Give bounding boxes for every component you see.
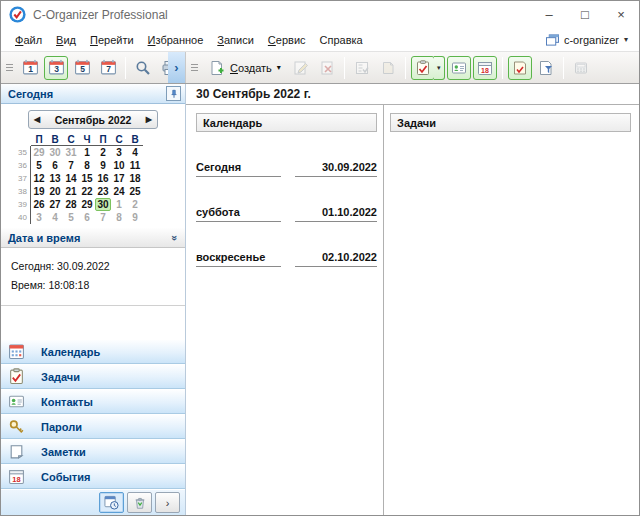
pin-icon <box>169 89 179 99</box>
menu-file[interactable]: Файл <box>8 31 49 49</box>
toolbar-more-button[interactable]: › <box>168 52 185 83</box>
calendar-day-cell[interactable]: 31 <box>63 146 79 159</box>
day-date-value[interactable]: 02.10.2022 <box>295 251 377 267</box>
menu-go[interactable]: Перейти <box>83 31 141 49</box>
calendar-day-cell[interactable]: 20 <box>47 185 63 198</box>
calendar-day-cell[interactable]: 2 <box>127 198 143 211</box>
attach-note-button[interactable] <box>376 56 400 80</box>
day-label[interactable]: Сегодня <box>196 161 281 177</box>
calendar-day-cell[interactable]: 30 <box>47 146 63 159</box>
menu-records[interactable]: Записи <box>210 31 261 49</box>
calendar-day-cell[interactable]: 29 <box>79 198 95 211</box>
calendar-day-cell[interactable]: 8 <box>111 211 127 224</box>
calendar-day-of-week-label: Ч <box>79 133 95 146</box>
calendar-day-cell[interactable]: 1 <box>111 198 127 211</box>
chevron-down-icon: ▾ <box>277 63 281 72</box>
sidebar-item-calendar[interactable]: Календарь <box>1 339 185 364</box>
calendar-day-cell[interactable]: 3 <box>111 146 127 159</box>
sidebar-item-tasks[interactable]: Задачи <box>1 364 185 389</box>
calendar-day-cell[interactable]: 5 <box>63 211 79 224</box>
show-notes-toggle[interactable] <box>508 56 532 80</box>
checklist-button[interactable] <box>350 56 374 80</box>
maximize-button[interactable]: □ <box>567 1 603 28</box>
show-contacts-toggle[interactable] <box>447 56 471 80</box>
menu-service[interactable]: Сервис <box>261 31 313 49</box>
calendar-day-cell[interactable]: 1 <box>79 146 95 159</box>
datetime-panel-header: Дата и время » <box>1 228 185 248</box>
calendar-day-cell[interactable]: 4 <box>47 211 63 224</box>
close-button[interactable]: × <box>603 1 639 28</box>
pin-button[interactable] <box>166 86 181 101</box>
calendar-day-cell[interactable]: 9 <box>95 159 111 172</box>
sidebar-item-passwords[interactable]: Пароли <box>1 414 185 439</box>
day-view-7-button[interactable]: 7 <box>96 56 120 80</box>
phone-dialer-button[interactable] <box>569 56 593 80</box>
filter-button[interactable] <box>534 56 558 80</box>
day-label[interactable]: воскресенье <box>196 251 281 267</box>
calendar-day-cell[interactable]: 15 <box>79 172 95 185</box>
search-button[interactable] <box>131 56 155 80</box>
sidebar-more-button[interactable]: › <box>155 492 180 513</box>
edit-record-button[interactable] <box>289 56 313 80</box>
calendar-day-cell[interactable]: 29 <box>31 146 47 159</box>
calendar-day-cell[interactable]: 23 <box>95 185 111 198</box>
day-view-5-button[interactable]: 5 <box>70 56 94 80</box>
calendar-day-cell[interactable]: 25 <box>127 185 143 198</box>
day-view-1-button[interactable]: 1 <box>18 56 42 80</box>
calendar-day-cell[interactable]: 27 <box>47 198 63 211</box>
collapse-button[interactable]: » <box>166 230 181 245</box>
menu-view[interactable]: Вид <box>49 31 83 49</box>
calendar-day-cell[interactable]: 24 <box>111 185 127 198</box>
datetime-panel-toggle-button[interactable] <box>99 492 124 513</box>
today-panel-title: Сегодня <box>8 88 53 100</box>
calendar-day-cell[interactable]: 28 <box>63 198 79 211</box>
calendar-day-cell[interactable]: 26 <box>31 198 47 211</box>
calendar-day-cell[interactable]: 19 <box>31 185 47 198</box>
calendar-day-cell[interactable]: 7 <box>95 211 111 224</box>
calendar-day-cell[interactable]: 22 <box>79 185 95 198</box>
day-view-3-button[interactable]: 3 <box>44 56 68 80</box>
calendar-day-cell[interactable]: 7 <box>63 159 79 172</box>
database-selector[interactable]: c-organizer ▾ <box>542 32 632 48</box>
calendar-day-cell[interactable]: 17 <box>111 172 127 185</box>
minimize-button[interactable]: – <box>531 1 567 28</box>
calendar-day-cell[interactable]: 18 <box>127 172 143 185</box>
show-events-toggle[interactable]: 18 <box>473 56 497 80</box>
day-date-value[interactable]: 30.09.2022 <box>295 161 377 177</box>
calendar-day-cell[interactable]: 4 <box>127 146 143 159</box>
sidebar-item-notes[interactable]: Заметки <box>1 439 185 464</box>
delete-record-button[interactable] <box>315 56 339 80</box>
calendar-day-cell[interactable]: 11 <box>127 159 143 172</box>
menu-help[interactable]: Справка <box>313 31 370 49</box>
sidebar-bottom-bar: › <box>1 489 185 515</box>
day-label[interactable]: суббота <box>196 206 281 222</box>
tasks-toggle-dropdown[interactable]: ▾ <box>434 56 445 80</box>
calendar-day-cell[interactable]: 21 <box>63 185 79 198</box>
month-year-label[interactable]: Сентябрь 2022 <box>40 114 146 126</box>
create-button[interactable]: Создать ▾ <box>203 56 287 80</box>
toolbar-grip-icon[interactable] <box>191 60 198 76</box>
calendar-day-cell[interactable]: 16 <box>95 172 111 185</box>
calendar-day-cell[interactable]: 2 <box>95 146 111 159</box>
sidebar-spacer <box>1 306 185 339</box>
calendar-day-cell[interactable]: 8 <box>79 159 95 172</box>
calendar-day-cell[interactable]: 9 <box>127 211 143 224</box>
toolbar-grip-icon[interactable] <box>6 60 13 76</box>
calendar-today-cell[interactable]: 30 <box>95 198 111 211</box>
calendar-day-cell[interactable]: 3 <box>31 211 47 224</box>
sidebar-item-events[interactable]: 18 События <box>1 464 185 489</box>
show-tasks-toggle[interactable] <box>411 56 435 80</box>
sidebar-item-contacts[interactable]: Контакты <box>1 389 185 414</box>
calendar-day-cell[interactable]: 13 <box>47 172 63 185</box>
next-month-button[interactable]: ▶ <box>146 115 152 124</box>
calendar-day-cell[interactable]: 6 <box>47 159 63 172</box>
recycle-bin-button[interactable] <box>127 492 152 513</box>
calendar-day-cell[interactable]: 6 <box>79 211 95 224</box>
menu-favorites[interactable]: Избранное <box>141 31 211 49</box>
calendar-day-cell[interactable]: 10 <box>111 159 127 172</box>
records-toolbar: Создать ▾ <box>186 52 639 83</box>
day-date-value[interactable]: 01.10.2022 <box>295 206 377 222</box>
calendar-day-cell[interactable]: 12 <box>31 172 47 185</box>
calendar-day-cell[interactable]: 5 <box>31 159 47 172</box>
calendar-day-cell[interactable]: 14 <box>63 172 79 185</box>
